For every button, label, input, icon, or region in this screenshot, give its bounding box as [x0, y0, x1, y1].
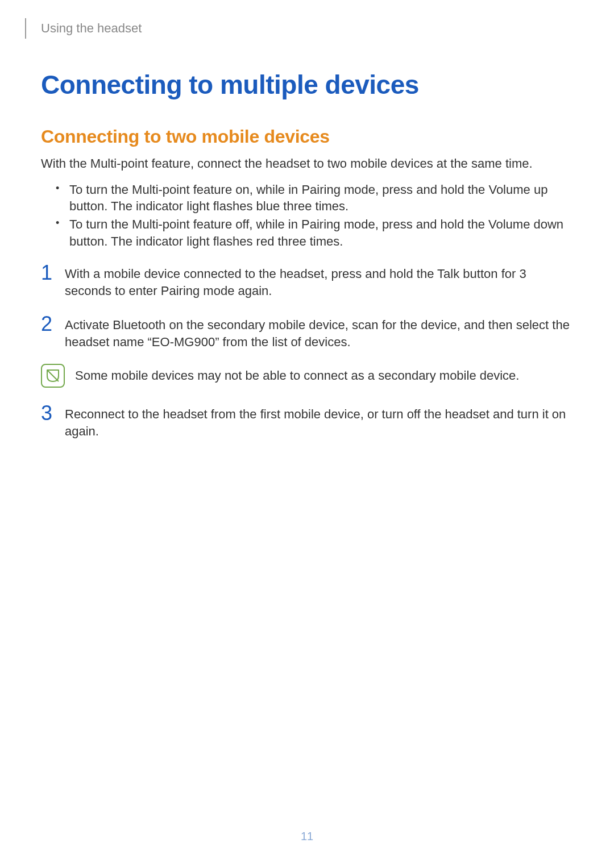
note-callout: Some mobile devices may not be able to c… — [41, 367, 573, 388]
step-number: 2 — [41, 314, 60, 334]
step-text: With a mobile device connected to the he… — [65, 265, 573, 299]
note-icon — [41, 364, 65, 388]
step-row: 1 With a mobile device connected to the … — [41, 265, 573, 299]
step-number: 1 — [41, 263, 60, 283]
bullet-list: To turn the Multi-point feature on, whil… — [41, 181, 573, 250]
subsection-title: Connecting to two mobile devices — [41, 126, 573, 147]
note-text: Some mobile devices may not be able to c… — [75, 367, 573, 384]
breadcrumb: Using the headset — [25, 18, 573, 39]
intro-paragraph: With the Multi-point feature, connect th… — [41, 155, 573, 172]
section-label: Using the headset — [41, 21, 142, 36]
step-text: Reconnect to the headset from the first … — [65, 406, 573, 439]
step-text: Activate Bluetooth on the secondary mobi… — [65, 317, 573, 350]
bullet-item: To turn the Multi-point feature off, whi… — [56, 216, 573, 250]
step-row: 2 Activate Bluetooth on the secondary mo… — [41, 317, 573, 350]
bullet-item: To turn the Multi-point feature on, whil… — [56, 181, 573, 215]
step-row: 3 Reconnect to the headset from the firs… — [41, 406, 573, 439]
header-divider — [25, 18, 26, 39]
page-number: 11 — [0, 830, 614, 843]
page-title: Connecting to multiple devices — [41, 69, 573, 100]
step-number: 3 — [41, 403, 60, 423]
